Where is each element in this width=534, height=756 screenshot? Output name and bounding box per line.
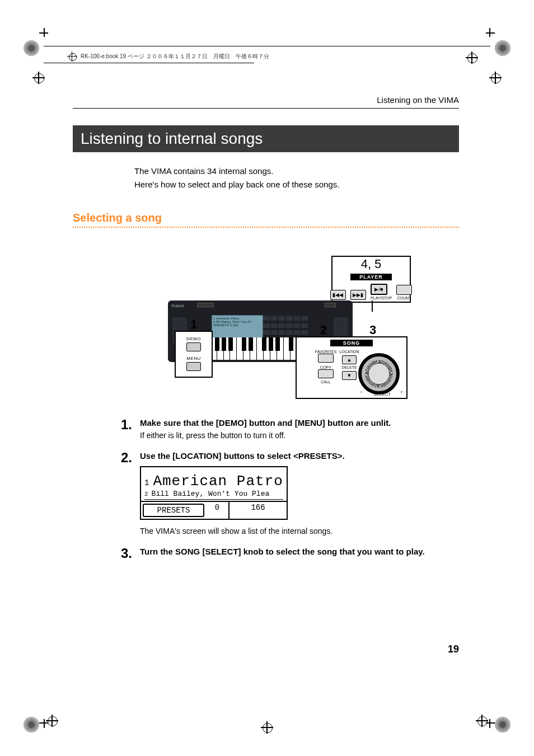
registration-mark-bottom xyxy=(261,721,273,734)
registration-mark-bl xyxy=(46,715,58,727)
running-rule xyxy=(73,108,459,109)
location-up-button-icon: ▲ xyxy=(342,355,357,364)
song-callout-box: 2 3 SONG FAVORITES COPY CALL LOCATION ▲ … xyxy=(296,336,407,399)
count-button-icon xyxy=(396,285,412,295)
step-number: 1 xyxy=(118,418,132,431)
step-title: Turn the SONG [SELECT] knob to select th… xyxy=(140,547,459,556)
lcd-zero-cell: 0 xyxy=(206,502,229,519)
subsection-heading: Selecting a song xyxy=(73,212,459,224)
panel-diagram: 4, 5 PLAYER ▮◀◀ ▶▶▮ ▶/■ PLAY/STOP COUNT xyxy=(168,239,420,401)
running-head: Listening on the VIMA xyxy=(73,95,459,105)
play-stop-button-icon: ▶/■ xyxy=(371,284,387,295)
crop-mark xyxy=(489,28,490,37)
player-title: PLAYER xyxy=(350,274,392,280)
delete-label: DELETE xyxy=(337,365,362,369)
crop-ornament-br xyxy=(495,717,510,732)
crop-mark xyxy=(489,719,490,728)
subsection-dotted-rule xyxy=(73,227,459,228)
power-switch-icon xyxy=(325,303,336,307)
crop-ornament-tr xyxy=(495,40,510,56)
callout-number-45: 4, 5 xyxy=(332,257,410,271)
step-number: 3 xyxy=(118,547,132,560)
registration-mark-tr2 xyxy=(466,51,478,64)
step-item: 3 Turn the SONG [SELECT] knob to select … xyxy=(118,547,459,560)
crop-ornament-tl xyxy=(24,40,39,56)
lcd-line1-text: American Patro xyxy=(153,473,283,490)
fast-forward-button-icon: ▶▶▮ xyxy=(350,290,366,300)
lcd-line1-index: 1 xyxy=(144,478,149,487)
demo-button-icon xyxy=(186,342,201,351)
volume-slider-icon xyxy=(197,303,214,307)
select-dial-icon xyxy=(358,353,400,395)
step-item: 2 Use the [LOCATION] buttons to select <… xyxy=(118,451,459,538)
step-title: Make sure that the [DEMO] button and [ME… xyxy=(140,418,459,428)
demo-menu-callout-box: 1 DEMO MENU xyxy=(175,331,213,378)
connector-line xyxy=(372,300,373,312)
step-description: If either is lit, press the button to tu… xyxy=(140,431,459,440)
button-grid-icon xyxy=(263,316,308,336)
player-callout-box: 4, 5 PLAYER ▮◀◀ ▶▶▮ ▶/■ PLAY/STOP COUNT xyxy=(331,256,411,303)
menu-button-icon xyxy=(186,362,201,371)
crop-mark xyxy=(486,32,495,34)
song-title: SONG xyxy=(330,340,373,346)
callout-number-3: 3 xyxy=(369,323,376,337)
book-meta: RK-100-e.book 19 ページ ２００６年１１月２７日 月曜日 午後６… xyxy=(67,51,269,62)
intro-line-1: The VIMA contains 34 internal songs. xyxy=(134,165,459,178)
callout-number-2: 2 xyxy=(320,323,327,337)
brand-label: Roland xyxy=(171,304,184,308)
select-label: SELECT xyxy=(373,392,391,397)
registration-mark-tr xyxy=(489,72,502,84)
crop-mark xyxy=(486,722,495,724)
minus-label: − xyxy=(360,389,363,395)
favorites-button-icon xyxy=(318,354,334,363)
step-after-text: The VIMA's screen will show a list of th… xyxy=(140,527,459,536)
plus-label: + xyxy=(400,389,403,395)
registration-mark-br xyxy=(476,715,488,727)
lcd-line2-index: 2 xyxy=(144,491,148,497)
crop-ornament-bl xyxy=(24,717,39,732)
demo-label: DEMO xyxy=(176,336,212,341)
registration-mark-icon xyxy=(67,51,77,62)
section-title-bar: Listening to internal songs xyxy=(73,125,459,152)
location-label: LOCATION xyxy=(337,350,362,354)
step-title: Use the [LOCATION] buttons to select <PR… xyxy=(140,451,459,461)
registration-mark-tl xyxy=(32,72,45,84)
lcd-line2-text: Bill Bailey, Won't You Plea xyxy=(152,490,270,498)
location-down-button-icon: ▼ xyxy=(342,371,357,380)
step-item: 1 Make sure that the [DEMO] button and [… xyxy=(118,418,459,442)
header-rule xyxy=(44,46,490,46)
callout-number-1: 1 xyxy=(190,317,197,332)
step-number: 2 xyxy=(118,451,132,464)
play-stop-label: PLAY/STOP xyxy=(371,296,392,300)
crop-mark xyxy=(44,719,45,728)
crop-mark xyxy=(44,28,45,37)
lcd-length-cell: 166 xyxy=(229,502,287,519)
lcd-screenshot: 1 American Patro 2 Bill Bailey, Won't Yo… xyxy=(140,466,288,520)
intro-line-2: Here's how to select and play back one o… xyxy=(134,178,459,191)
menu-label: MENU xyxy=(176,356,212,361)
header-rule-bottom xyxy=(44,63,254,63)
copy-button-icon xyxy=(318,369,334,378)
lcd-presets-cell: PRESETS xyxy=(143,504,204,517)
rewind-button-icon: ▮◀◀ xyxy=(330,290,346,300)
call-label: CALL xyxy=(300,380,352,384)
book-meta-text: RK-100-e.book 19 ページ ２００６年１１月２７日 月曜日 午後６… xyxy=(81,53,269,60)
count-label: COUNT xyxy=(396,296,412,300)
